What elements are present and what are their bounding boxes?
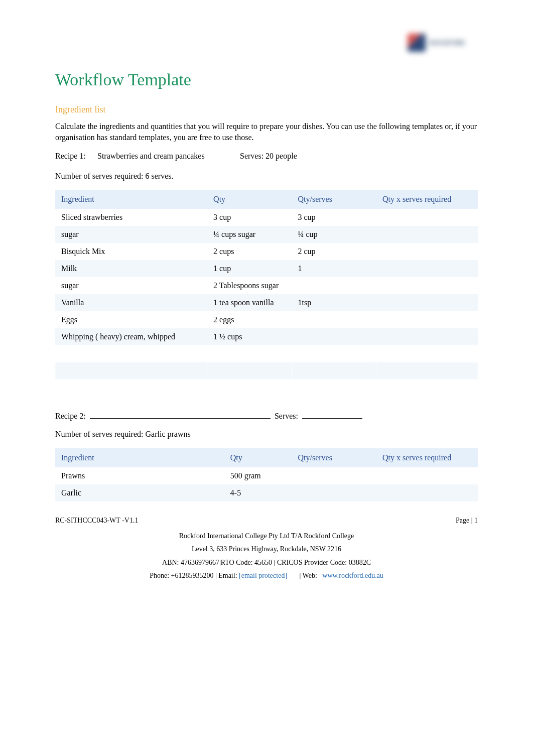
cell-qtyserves: 3 cup: [292, 209, 376, 226]
footer-phone: Phone: +61285935200 | Email:: [150, 572, 237, 579]
cell-ingredient: Prawns: [55, 467, 224, 484]
recipe1-label: Recipe 1:: [55, 152, 95, 161]
table-row-blank: [55, 345, 478, 362]
cell-qtyserves: ¼ cup: [292, 226, 376, 243]
footer: Rockford International College Pty Ltd T…: [55, 530, 478, 583]
th-qtyreq: Qty x serves required: [376, 190, 478, 209]
cell-ingredient: Eggs: [55, 311, 207, 328]
cell-qty: 2 cups: [207, 243, 292, 260]
logo-mark-icon: [408, 34, 426, 52]
recipe1-serves-value: 20 people: [265, 152, 297, 160]
recipe2-numserves-label: Number of serves required:: [55, 430, 144, 438]
cell-qty: 1 ½ cups: [207, 328, 292, 345]
cell-req: [376, 294, 478, 311]
cell-ingredient: sugar: [55, 277, 207, 294]
cell-ingredient: Garlic: [55, 484, 224, 501]
th-ingredient: Ingredient: [55, 448, 224, 467]
recipe1-numserves-value: 6 serves.: [146, 172, 174, 180]
table-header-row: Ingredient Qty Qty/serves Qty x serves r…: [55, 448, 478, 467]
table-row-blank: [55, 362, 478, 380]
cell-qtyserves: 1tsp: [292, 294, 376, 311]
table-row: Prawns500 gram: [55, 467, 478, 484]
cell-qty: 2 Tablespoons sugar: [207, 277, 292, 294]
table-header-row: Ingredient Qty Qty/serves Qty x serves r…: [55, 190, 478, 209]
th-qty: Qty: [207, 190, 292, 209]
footer-line2: Level 3, 633 Princes Highway, Rockdale, …: [55, 543, 478, 556]
page-title: Workflow Template: [55, 70, 478, 89]
cell-req: [376, 467, 478, 484]
recipe2-serves-blank: [302, 418, 362, 419]
cell-req: [376, 226, 478, 243]
footer-line3: ABN: 47636979667|RTO Code: 45650 | CRICO…: [55, 556, 478, 570]
cell-req: [376, 484, 478, 501]
section-heading-ingredients: Ingredient list: [55, 104, 478, 115]
cell-ingredient: Milk: [55, 260, 207, 277]
cell-ingredient: Bisquick Mix: [55, 243, 207, 260]
recipe1-line: Recipe 1: Strawberries and cream pancake…: [55, 152, 478, 161]
table-row: Garlic4-5: [55, 484, 478, 501]
cell-qty: 2 eggs: [207, 311, 292, 328]
recipe2-name-blank: [90, 418, 271, 419]
intro-text: Calculate the ingredients and quantities…: [55, 121, 478, 144]
table-row: sugar¼ cups sugar¼ cup: [55, 226, 478, 243]
recipe1-serves-label: Serves:: [240, 152, 263, 161]
cell-qtyserves: [292, 328, 376, 345]
footer-line1: Rockford International College Pty Ltd T…: [55, 530, 478, 543]
th-qtyserves: Qty/serves: [292, 190, 376, 209]
footer-email-link[interactable]: [email protected]: [239, 572, 287, 579]
recipe2-numserves-value: Garlic prawns: [146, 430, 191, 438]
cell-qtyserves: 2 cup: [292, 243, 376, 260]
cell-qty: 1 cup: [207, 260, 292, 277]
cell-qtyserves: [292, 277, 376, 294]
table-row: Whipping ( heavy) cream, whipped1 ½ cups: [55, 328, 478, 345]
cell-req: [376, 243, 478, 260]
page-number: Page | 1: [456, 517, 478, 525]
cell-qty: ¼ cups sugar: [207, 226, 292, 243]
cell-ingredient: Sliced strawberries: [55, 209, 207, 226]
cell-qty: 1 tea spoon vanilla: [207, 294, 292, 311]
recipe2-table: Ingredient Qty Qty/serves Qty x serves r…: [55, 448, 478, 501]
table-row: Milk1 cup1: [55, 260, 478, 277]
table-row: Vanilla1 tea spoon vanilla1tsp: [55, 294, 478, 311]
th-ingredient: Ingredient: [55, 190, 207, 209]
logo: ROCKFORD: [408, 30, 478, 55]
table-row: Sliced strawberries3 cup3 cup: [55, 209, 478, 226]
cell-qtyserves: [292, 311, 376, 328]
cell-qty: 4-5: [224, 484, 292, 501]
cell-qtyserves: 1: [292, 260, 376, 277]
th-qty: Qty: [224, 448, 292, 467]
cell-req: [376, 311, 478, 328]
th-qtyreq: Qty x serves required: [376, 448, 478, 467]
table-row: Bisquick Mix2 cups2 cup: [55, 243, 478, 260]
cell-ingredient: sugar: [55, 226, 207, 243]
cell-ingredient: Vanilla: [55, 294, 207, 311]
recipe1-table: Ingredient Qty Qty/serves Qty x serves r…: [55, 190, 478, 397]
recipe1-name: Strawberries and cream pancakes: [97, 152, 238, 161]
footer-line4: Phone: +61285935200 | Email: [email prot…: [55, 569, 478, 583]
doc-code: RC-SITHCCC043-WT -V1.1: [55, 517, 138, 525]
cell-qtyserves: [292, 484, 376, 501]
logo-text: ROCKFORD: [430, 39, 465, 47]
recipe2-line: Recipe 2: Serves:: [55, 412, 478, 421]
recipe1-numserves-label: Number of serves required:: [55, 172, 144, 180]
cell-req: [376, 209, 478, 226]
cell-qty: 3 cup: [207, 209, 292, 226]
recipe1-numserves: Number of serves required: 6 serves.: [55, 171, 478, 182]
cell-req: [376, 277, 478, 294]
cell-qty: 500 gram: [224, 467, 292, 484]
cell-qtyserves: [292, 467, 376, 484]
recipe2-label: Recipe 2:: [55, 412, 86, 420]
recipe2-numserves: Number of serves required: Garlic prawns: [55, 429, 478, 440]
table-row: Eggs2 eggs: [55, 311, 478, 328]
footer-web-link[interactable]: www.rockford.edu.au: [322, 572, 383, 579]
th-qtyserves: Qty/serves: [292, 448, 376, 467]
recipe2-serves-label: Serves:: [275, 412, 298, 420]
table-row: sugar2 Tablespoons sugar: [55, 277, 478, 294]
cell-ingredient: Whipping ( heavy) cream, whipped: [55, 328, 207, 345]
footer-web-sep: | Web:: [300, 572, 317, 579]
cell-req: [376, 328, 478, 345]
footer-code-row: RC-SITHCCC043-WT -V1.1 Page | 1: [55, 517, 478, 525]
cell-req: [376, 260, 478, 277]
table-row-blank: [55, 380, 478, 397]
